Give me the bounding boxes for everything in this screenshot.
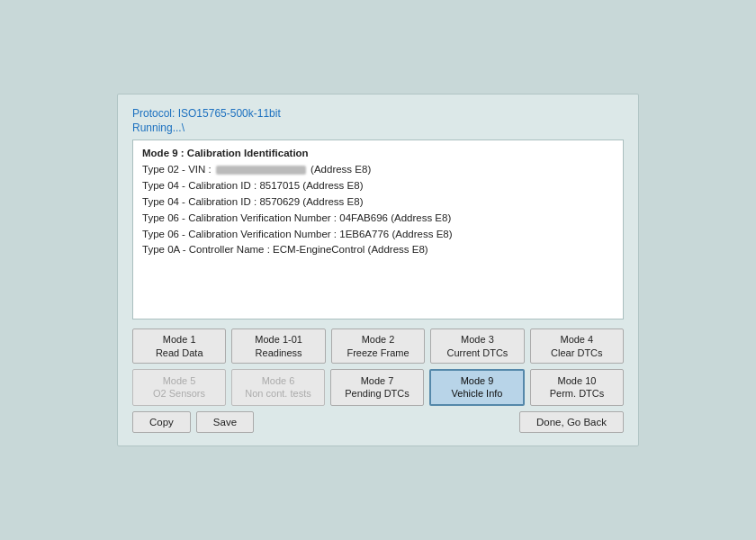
mode10-button[interactable]: Mode 10Perm. DTCs	[530, 369, 624, 406]
mode2-button[interactable]: Mode 2Freeze Frame	[331, 328, 425, 364]
buttons-row-1: Mode 1Read Data Mode 1-01Readiness Mode …	[132, 328, 624, 364]
running-label: Running...\	[132, 122, 624, 134]
data-line-6: Type 0A - Controller Name : ECM-EngineCo…	[142, 242, 614, 258]
box-title: Mode 9 : Calibration Identification	[142, 148, 614, 158]
mode7-button[interactable]: Mode 7Pending DTCs	[330, 369, 424, 406]
main-panel: Protocol: ISO15765-500k-11bit Running...…	[117, 94, 639, 446]
data-line-5: Type 06 - Calibration Verification Numbe…	[142, 227, 614, 243]
copy-button[interactable]: Copy	[132, 411, 191, 433]
vin-line: Type 02 - VIN : (Address E8)	[142, 162, 614, 178]
bottom-row: Copy Save Done, Go Back	[132, 411, 624, 433]
mode1-01-button[interactable]: Mode 1-01Readiness	[231, 328, 325, 364]
data-line-4: Type 06 - Calibration Verification Numbe…	[142, 211, 614, 227]
done-button[interactable]: Done, Go Back	[519, 411, 624, 433]
mode6-button[interactable]: Mode 6Non cont. tests	[231, 369, 325, 406]
mode5-button[interactable]: Mode 5O2 Sensors	[132, 369, 226, 406]
mode9-button[interactable]: Mode 9Vehicle Info	[429, 369, 525, 406]
buttons-row-2: Mode 5O2 Sensors Mode 6Non cont. tests M…	[132, 369, 624, 406]
vin-blur	[216, 166, 306, 175]
mode1-button[interactable]: Mode 1Read Data	[132, 328, 226, 364]
mode4-button[interactable]: Mode 4Clear DTCs	[530, 328, 624, 364]
save-button[interactable]: Save	[196, 411, 254, 433]
data-line-3: Type 04 - Calibration ID : 8570629 (Addr…	[142, 194, 614, 211]
protocol-label: Protocol: ISO15765-500k-11bit	[132, 107, 624, 120]
mode3-button[interactable]: Mode 3Current DTCs	[430, 328, 524, 364]
data-box: Mode 9 : Calibration Identification Type…	[132, 140, 624, 320]
data-line-2: Type 04 - Calibration ID : 8517015 (Addr…	[142, 178, 614, 194]
spacer	[259, 411, 514, 433]
